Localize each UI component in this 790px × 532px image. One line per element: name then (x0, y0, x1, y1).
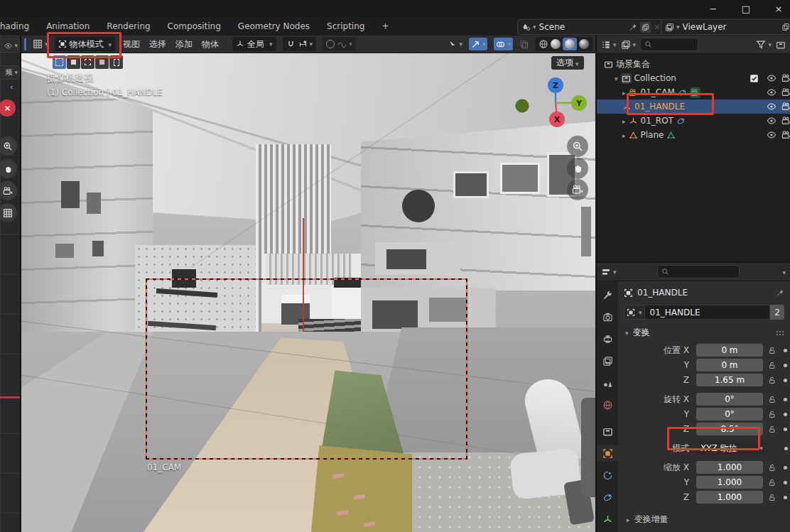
pan-hand-icon[interactable] (0, 159, 17, 178)
transform-panel-header[interactable]: 变换 (618, 320, 790, 343)
tab-physics[interactable] (597, 489, 618, 505)
select-mode-invert-button[interactable] (95, 55, 109, 69)
snapping-group[interactable] (283, 37, 317, 51)
tab-render[interactable] (597, 309, 618, 325)
navigation-axis-gizmo[interactable]: Z Y X (509, 73, 590, 131)
tab-shading-partial[interactable]: hading (0, 21, 29, 31)
rotation-x-field[interactable]: 0° (696, 393, 763, 406)
grid-view-icon[interactable] (0, 203, 17, 222)
pin-icon[interactable] (776, 288, 784, 297)
menu-select[interactable]: 选择 (148, 38, 168, 50)
object-row-plane[interactable]: Plane (597, 128, 790, 142)
new-viewlayer-icon[interactable] (781, 23, 790, 31)
select-mode-extend-button[interactable] (67, 55, 80, 69)
tab-tool[interactable] (597, 287, 618, 303)
menu-add[interactable]: 添加 (174, 38, 194, 50)
lock-icon[interactable] (763, 425, 780, 434)
animate-dot-icon[interactable] (780, 413, 790, 416)
location-y-field[interactable]: 0 m (696, 359, 763, 371)
object-row-01-cam[interactable]: 01_CAM (597, 85, 790, 99)
animate-dot-icon[interactable] (780, 379, 790, 382)
xray-toggle[interactable] (519, 40, 529, 49)
animate-dot-icon[interactable] (780, 398, 790, 401)
users-count-badge[interactable]: 2 (770, 305, 784, 320)
select-mode-intersect-button[interactable] (109, 55, 123, 69)
tab-geometry-nodes[interactable]: Geometry Nodes (238, 21, 310, 31)
object-id-icon[interactable] (624, 305, 644, 320)
mode-selector[interactable]: 物体模式 (55, 37, 116, 51)
scale-x-field[interactable]: 1.000 (696, 461, 763, 474)
select-mode-set-button[interactable] (53, 55, 66, 69)
viewport-zoom-button[interactable] (567, 136, 588, 157)
shading-solid-icon[interactable] (551, 39, 561, 49)
collapse-left-icon[interactable]: ‹ (10, 82, 13, 92)
lock-icon[interactable] (763, 478, 780, 487)
checkbox-icon[interactable] (750, 74, 759, 83)
scale-z-field[interactable]: 1.000 (696, 491, 763, 504)
options-dropdown[interactable]: 选项 (551, 56, 584, 70)
proportional-edit-group[interactable] (323, 37, 356, 51)
shading-wireframe-icon[interactable] (539, 39, 548, 49)
sidebar-collapse-icon[interactable]: ‹ (583, 82, 586, 92)
menu-view[interactable]: 视图 (121, 38, 141, 50)
animate-dot-icon[interactable] (780, 364, 790, 367)
close-button[interactable]: × (772, 4, 786, 14)
render-camera-icon[interactable] (781, 116, 790, 126)
add-workspace-button[interactable]: + (382, 21, 389, 31)
lock-icon[interactable] (763, 410, 780, 419)
animate-dot-icon[interactable] (780, 496, 790, 499)
scene-collection-row[interactable]: 场景集合 (597, 57, 790, 71)
transform-orientation-selector[interactable]: 全局 (232, 37, 276, 51)
eye-icon[interactable] (767, 87, 777, 97)
object-row-01-rot[interactable]: 01_ROT (597, 114, 790, 128)
animate-dot-icon[interactable] (780, 481, 790, 484)
object-row-01-handle[interactable]: 01_HANDLE (597, 99, 790, 114)
show-gizmo-dropdown[interactable] (448, 40, 462, 49)
expand-icon[interactable] (622, 87, 626, 97)
location-z-field[interactable]: 1.65 m (696, 374, 763, 386)
tab-output[interactable] (597, 331, 618, 347)
tab-scripting[interactable]: Scripting (327, 21, 364, 31)
new-scene-icon[interactable] (640, 22, 651, 33)
tab-constraints[interactable] (597, 467, 618, 483)
shading-material-icon[interactable] (563, 38, 577, 50)
animate-dot-icon[interactable] (781, 447, 790, 450)
expand-icon[interactable] (622, 116, 626, 126)
panel-drag-dots-icon[interactable] (776, 330, 784, 336)
viewport-canvas[interactable]: 01_CAM 摄像机透视 (1) Collection | 01_HANDLE … (21, 53, 595, 532)
eye-icon[interactable] (767, 130, 777, 140)
tab-collection[interactable] (597, 423, 618, 439)
outliner-editor-icon[interactable] (601, 40, 617, 50)
lock-icon[interactable] (763, 361, 780, 370)
strip-dropdown-2[interactable]: 频 (0, 65, 20, 80)
scale-y-field[interactable]: 1.000 (696, 476, 763, 489)
zoom-tool-icon[interactable] (0, 136, 17, 156)
expand-icon[interactable] (622, 130, 626, 140)
new-collection-icon[interactable] (776, 40, 786, 50)
lock-icon[interactable] (763, 346, 780, 355)
viewlayer-selector[interactable]: ViewLayer (661, 19, 790, 35)
render-camera-icon[interactable] (781, 102, 790, 112)
eye-icon[interactable] (767, 116, 777, 126)
render-camera-icon[interactable] (781, 130, 790, 140)
outliner-display-mode-icon[interactable] (621, 40, 637, 50)
viewport-pan-button[interactable] (567, 158, 588, 179)
rotation-z-field[interactable]: 8.5° (696, 423, 763, 435)
render-camera-icon[interactable] (781, 73, 790, 83)
gizmos-toggle[interactable] (469, 38, 488, 50)
lock-icon[interactable] (763, 463, 780, 472)
properties-search-input[interactable] (657, 265, 740, 278)
object-name-input[interactable]: 01_HANDLE (644, 305, 770, 320)
animate-dot-icon[interactable] (780, 466, 790, 469)
maximize-button[interactable]: □ (739, 4, 753, 14)
pin-icon[interactable] (629, 23, 637, 31)
menu-object[interactable]: 物体 (200, 38, 220, 50)
tab-object[interactable] (597, 445, 618, 461)
minimize-button[interactable]: − (706, 4, 720, 14)
rotation-mode-dropdown[interactable]: XYZ 欧拉 (696, 442, 767, 455)
collection-row[interactable]: Collection (597, 71, 790, 85)
animate-dot-icon[interactable] (780, 428, 790, 431)
overlays-toggle[interactable] (494, 38, 513, 50)
editor-type-selector[interactable] (33, 39, 48, 49)
lock-icon[interactable] (763, 395, 780, 404)
